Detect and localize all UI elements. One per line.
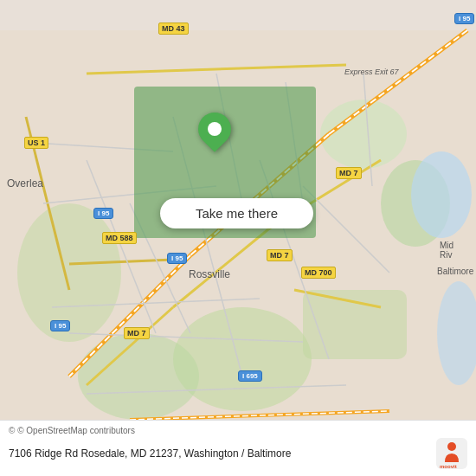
state-label-md700: MD 700 bbox=[301, 267, 336, 279]
area-label-baltimore: Baltimore bbox=[437, 267, 473, 276]
area-label-rossville: Rossville bbox=[189, 268, 230, 280]
state-label-md43: MD 43 bbox=[158, 23, 189, 35]
state-label-md7-3: MD 7 bbox=[124, 327, 150, 339]
moovit-logo: moovit bbox=[436, 438, 467, 469]
svg-point-7 bbox=[411, 151, 472, 238]
map-svg bbox=[0, 0, 476, 476]
copyright-text: © © OpenStreetMap contributors bbox=[9, 426, 467, 435]
take-me-there-button[interactable]: Take me there bbox=[160, 198, 313, 228]
area-label-midriv: MidRiv bbox=[440, 241, 453, 260]
area-label-overlea: Overlea bbox=[7, 177, 43, 190]
svg-point-38 bbox=[447, 442, 456, 451]
highway-label-i95-3: I 95 bbox=[50, 320, 70, 331]
bottom-info-bar: © © OpenStreetMap contributors 7106 Ridg… bbox=[0, 420, 476, 476]
copyright-label: © OpenStreetMap contributors bbox=[17, 426, 135, 435]
moovit-logo-svg: moovit bbox=[436, 438, 467, 469]
location-pin bbox=[198, 113, 231, 145]
highway-label-i95-2: I 95 bbox=[93, 208, 113, 219]
highway-label-i95-1: I 95 bbox=[454, 13, 474, 24]
map-container: I 95 I 95 I 95 I 95 I 695 MD 43 MD 7 MD … bbox=[0, 0, 476, 476]
state-label-md588: MD 588 bbox=[102, 232, 137, 244]
pin-marker bbox=[191, 106, 238, 152]
address-row: 7106 Ridge Rd Rosedale, MD 21237, Washin… bbox=[9, 438, 467, 469]
state-label-md7-2: MD 7 bbox=[267, 249, 293, 261]
copyright-symbol: © bbox=[9, 426, 15, 435]
svg-rect-5 bbox=[303, 290, 407, 359]
state-label-md7-1: MD 7 bbox=[336, 167, 362, 179]
svg-text:moovit: moovit bbox=[440, 464, 457, 469]
location-address: 7106 Ridge Rd Rosedale, MD 21237, Washin… bbox=[9, 447, 429, 461]
pin-inner-circle bbox=[208, 122, 222, 136]
highway-label-i695: I 695 bbox=[238, 370, 262, 382]
highway-label-i95-4: I 95 bbox=[167, 253, 187, 264]
state-label-us1: US 1 bbox=[24, 137, 48, 149]
express-exit-label: Express Exit 67 bbox=[344, 68, 399, 76]
